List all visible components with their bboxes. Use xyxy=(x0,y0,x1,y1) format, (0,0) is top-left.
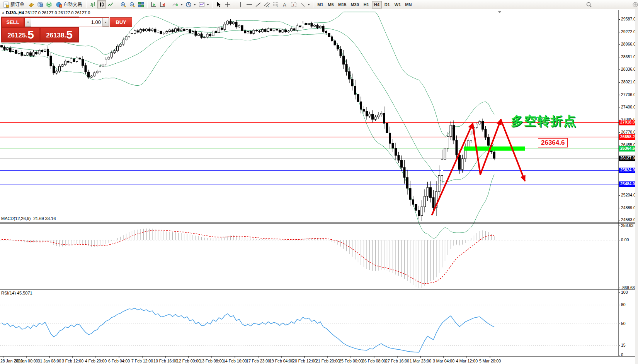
date-axis-label: 30 Jan 00:00 xyxy=(15,359,38,363)
cursor-button[interactable] xyxy=(214,0,223,8)
bar-chart-button[interactable] xyxy=(88,0,97,8)
candle-body xyxy=(482,121,484,129)
candle-body xyxy=(195,32,197,36)
candle-body xyxy=(9,48,11,51)
crosshair-icon xyxy=(225,2,231,8)
candle-body xyxy=(117,46,119,51)
candle-body xyxy=(1,46,3,47)
zoom-in-button[interactable] xyxy=(119,0,128,8)
horizontal-line-button[interactable] xyxy=(245,0,253,8)
buy-button[interactable]: BUY xyxy=(110,17,132,27)
candle-body xyxy=(192,32,194,33)
candle-body xyxy=(363,109,365,111)
toolbar-separator xyxy=(86,1,87,8)
rsi-axis-label: 50 xyxy=(621,321,626,326)
sell-button[interactable]: SELL xyxy=(2,17,24,27)
chart-window: 29587.029272.028966.028651.028336.028021… xyxy=(0,9,638,364)
equidistant-channel-button[interactable]: E xyxy=(263,0,271,8)
templates-icon xyxy=(199,2,205,8)
candle-body xyxy=(409,188,411,200)
candle-body xyxy=(163,33,165,34)
timeframe-m1-button[interactable]: M1 xyxy=(315,1,325,8)
date-axis-label: 25 Feb 00:00 xyxy=(339,359,363,363)
macd-axis-label: -868.63 xyxy=(621,285,635,290)
candle-body xyxy=(79,58,81,59)
candle-body xyxy=(340,49,342,56)
price-axis-label: 24583.0 xyxy=(621,217,636,222)
chart-shift-button[interactable] xyxy=(158,0,167,8)
timeframe-w1-button[interactable]: W1 xyxy=(393,1,403,8)
zoom-out-button[interactable] xyxy=(128,0,136,8)
candle-body xyxy=(175,29,177,32)
templates-button[interactable] xyxy=(197,0,210,8)
volume-down-button[interactable]: ▼ xyxy=(25,18,31,27)
timeframe-m5-button[interactable]: M5 xyxy=(326,1,336,8)
buy-price-main: 26138. xyxy=(46,30,66,41)
new-order-label: 新订单 xyxy=(10,1,24,8)
chart-canvas[interactable]: 29587.029272.028966.028651.028336.028021… xyxy=(0,9,638,364)
candle-body xyxy=(453,125,455,141)
price-level-tag-text: 25824.9 xyxy=(620,168,635,172)
sell-price[interactable]: 26125.5 xyxy=(2,27,40,42)
date-axis-label: 5 Mar 20:00 xyxy=(479,359,501,363)
candle-body xyxy=(76,58,78,61)
text-label-button[interactable]: T xyxy=(289,0,298,8)
timeframe-d1-button[interactable]: D1 xyxy=(382,1,392,8)
search-button[interactable] xyxy=(585,0,593,8)
text-button[interactable]: A xyxy=(281,0,289,8)
price-axis-label: 29587.0 xyxy=(621,17,636,21)
candle-body xyxy=(85,66,87,72)
candle-body xyxy=(119,44,121,46)
auto-trading-icon xyxy=(56,2,62,8)
volume-up-button[interactable]: ▲ xyxy=(102,18,109,27)
date-axis-label: 31 Jan 08:00 xyxy=(38,359,61,363)
arrows-button[interactable] xyxy=(298,0,311,8)
candle-body xyxy=(432,198,434,208)
candle-body xyxy=(143,29,145,31)
chart-menu-caret-icon[interactable] xyxy=(498,11,502,13)
indicators-button[interactable] xyxy=(171,0,184,8)
help-button[interactable] xyxy=(631,0,638,8)
candle-body xyxy=(354,86,356,95)
date-axis-label: 4 Feb 20:00 xyxy=(85,359,107,363)
market-watch-button[interactable] xyxy=(27,0,36,8)
candle-body xyxy=(125,37,127,40)
fibonacci-button[interactable]: F xyxy=(272,0,280,8)
candle-body xyxy=(56,71,58,73)
candle-body xyxy=(38,50,40,54)
timeframe-m15-button[interactable]: M15 xyxy=(336,1,348,8)
auto-scroll-button[interactable] xyxy=(150,0,158,8)
line-chart-button[interactable] xyxy=(106,0,115,8)
candle-body xyxy=(325,32,327,33)
volume-input[interactable] xyxy=(31,18,102,27)
trendline-button[interactable] xyxy=(254,0,262,8)
tile-windows-button[interactable] xyxy=(137,0,145,8)
strategy-tester-button[interactable] xyxy=(36,0,44,8)
timeframe-mn-button[interactable]: MN xyxy=(403,1,413,8)
candle-body xyxy=(302,23,304,27)
timeframe-m30-button[interactable]: M30 xyxy=(349,1,361,8)
candle-body xyxy=(424,196,426,207)
new-order-button[interactable]: 新订单 xyxy=(1,0,27,8)
timeframe-h1-button[interactable]: H1 xyxy=(361,1,371,8)
candle-body xyxy=(485,129,487,137)
candle-body xyxy=(12,50,14,51)
chart-shift-icon xyxy=(160,2,166,8)
candle-body xyxy=(244,30,246,33)
vertical-line-button[interactable] xyxy=(236,0,245,8)
signals-button[interactable] xyxy=(45,0,53,8)
candle-body xyxy=(67,61,69,62)
rsi-panel: 1008050150 xyxy=(0,290,628,357)
crosshair-button[interactable] xyxy=(223,0,232,8)
buy-price[interactable]: 26138.5 xyxy=(40,27,78,42)
candle-body xyxy=(3,47,5,49)
auto-trading-button[interactable]: 自动交易 xyxy=(54,0,84,8)
date-axis[interactable]: 28 Jan 202030 Jan 00:0031 Jan 08:003 Feb… xyxy=(0,356,635,363)
timeframe-h4-button[interactable]: H4 xyxy=(372,1,382,8)
periods-button[interactable] xyxy=(184,0,197,8)
date-axis-label: 17 Feb 23:00 xyxy=(246,359,270,363)
candlestick-chart-button[interactable] xyxy=(97,0,106,8)
candle-body xyxy=(183,29,185,31)
svg-text:F: F xyxy=(277,5,278,8)
candle-body xyxy=(256,30,258,31)
